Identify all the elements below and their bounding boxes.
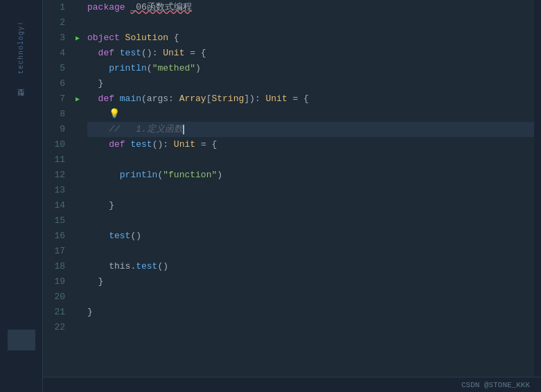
code-token: println xyxy=(109,61,147,76)
editor-area[interactable]: 12345678910111213141516171819202122 ▶▶ p… xyxy=(43,0,541,377)
line-number: 3 xyxy=(43,30,65,46)
bottom-bar-label: CSDN @STONE_KKK xyxy=(461,381,530,389)
code-token: this. xyxy=(87,259,136,274)
run-indicator xyxy=(71,137,85,152)
code-token: = { xyxy=(184,46,206,61)
line-number: 13 xyxy=(43,183,65,198)
code-token: ( xyxy=(157,168,163,183)
code-line: def test(): Unit = { xyxy=(87,137,534,152)
line-number: 8 xyxy=(43,107,65,122)
code-token: Array xyxy=(179,91,206,107)
bulb-icon: 💡 xyxy=(109,107,120,122)
run-indicator: ▶ xyxy=(71,30,85,46)
line-number: 19 xyxy=(43,274,65,289)
code-line: println("methed") xyxy=(87,61,534,76)
line-number: 14 xyxy=(43,198,65,213)
code-line: object Solution { xyxy=(87,30,534,46)
code-line xyxy=(87,152,534,168)
code-token: { xyxy=(174,30,179,46)
run-indicator xyxy=(71,122,85,137)
code-line: // 1.定义函数 xyxy=(87,122,534,137)
run-indicator xyxy=(71,320,85,335)
code-token: object xyxy=(87,30,125,46)
code-token: package xyxy=(87,0,130,15)
code-token: ]): xyxy=(244,91,265,107)
code-token: def xyxy=(87,46,120,61)
line-number: 15 xyxy=(43,213,65,229)
run-indicator xyxy=(71,183,85,198)
run-indicator xyxy=(71,289,85,305)
run-indicator xyxy=(71,61,85,76)
code-line: println("function") xyxy=(87,168,534,183)
code-token: test xyxy=(87,229,130,244)
code-line: test() xyxy=(87,229,534,244)
code-token: Solution xyxy=(125,30,174,46)
line-number: 6 xyxy=(43,76,65,91)
code-token: = { xyxy=(195,137,217,152)
run-indicator xyxy=(71,198,85,213)
code-token: test xyxy=(120,46,141,61)
app-name: technology! xyxy=(17,21,25,74)
sidebar-box xyxy=(8,330,35,350)
run-indicator xyxy=(71,0,85,15)
code-token: test xyxy=(130,137,152,152)
line-number: 4 xyxy=(43,46,65,61)
code-token: "function" xyxy=(163,168,217,183)
code-line: 💡 xyxy=(87,107,534,122)
code-token: "methed" xyxy=(152,61,195,76)
run-indicator xyxy=(71,76,85,91)
code-token: def xyxy=(87,137,130,152)
line-number: 20 xyxy=(43,289,65,305)
code-line: def test(): Unit = { xyxy=(87,46,534,61)
code-token: [ xyxy=(206,91,212,107)
sidebar: technology! 型 xyxy=(0,0,43,392)
code-token: (): xyxy=(152,137,174,152)
code-token: } xyxy=(87,305,93,320)
code-token xyxy=(87,61,109,76)
code-token: ) xyxy=(217,168,222,183)
code-token: } xyxy=(87,274,103,289)
line-number: 22 xyxy=(43,320,65,335)
code-line xyxy=(87,15,534,30)
run-indicator xyxy=(71,244,85,259)
code-line: } xyxy=(87,274,534,289)
code-token: String xyxy=(211,91,244,107)
run-indicator: ▶ xyxy=(71,91,85,107)
code-token: // 1.定义函数 xyxy=(87,122,183,137)
code-token: = { xyxy=(287,91,309,107)
scrollbar[interactable] xyxy=(534,0,541,377)
code-token xyxy=(87,107,109,122)
code-line xyxy=(87,244,534,259)
line-number: 5 xyxy=(43,61,65,76)
code-token: _06函数式编程 xyxy=(130,0,191,15)
run-indicator xyxy=(71,213,85,229)
code-token: } xyxy=(87,198,114,213)
code-token: def xyxy=(87,91,120,107)
line-number: 7 xyxy=(43,91,65,107)
line-number: 21 xyxy=(43,305,65,320)
line-number: 11 xyxy=(43,152,65,168)
code-line xyxy=(87,213,534,229)
line-number: 12 xyxy=(43,168,65,183)
code-token: ) xyxy=(195,61,201,76)
code-token: } xyxy=(87,76,103,91)
code-token: (args: xyxy=(141,91,179,107)
code-line: } xyxy=(87,198,534,213)
line-number: 16 xyxy=(43,229,65,244)
line-numbers: 12345678910111213141516171819202122 xyxy=(43,0,71,377)
run-indicator xyxy=(71,107,85,122)
main-content: 12345678910111213141516171819202122 ▶▶ p… xyxy=(43,0,541,392)
line-number: 1 xyxy=(43,0,65,15)
code-content[interactable]: package _06函数式编程object Solution { def te… xyxy=(85,0,534,377)
code-token: () xyxy=(130,229,141,244)
code-token: Unit xyxy=(163,46,184,61)
line-number: 2 xyxy=(43,15,65,30)
code-token: Unit xyxy=(174,137,195,152)
run-indicator xyxy=(71,46,85,61)
code-line xyxy=(87,289,534,305)
run-gutter: ▶▶ xyxy=(71,0,85,377)
code-token: test xyxy=(136,259,157,274)
bottom-bar: CSDN @STONE_KKK xyxy=(43,377,541,392)
code-line: package _06函数式编程 xyxy=(87,0,534,15)
code-line: } xyxy=(87,76,534,91)
